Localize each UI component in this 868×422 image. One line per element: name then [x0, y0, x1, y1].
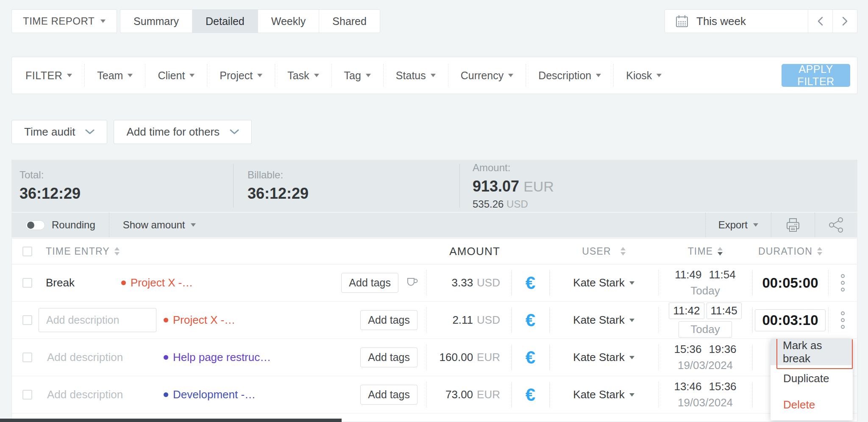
duration-cell[interactable]: 00:05:00 [752, 264, 828, 301]
date-range-picker[interactable]: This week [665, 10, 808, 33]
add-tags-button[interactable]: Add tags [360, 347, 417, 367]
caret-down-icon [596, 74, 601, 77]
duration-cell: 00:03:10 [752, 302, 828, 339]
add-tags-button[interactable]: Add tags [341, 273, 398, 293]
filter-tag[interactable]: Tag [332, 57, 383, 94]
tab-detailed[interactable]: Detailed [192, 10, 258, 33]
header-user[interactable]: USER [549, 239, 658, 264]
row-checkbox[interactable] [22, 353, 32, 362]
caret-down-icon [629, 319, 634, 322]
apply-filter-button[interactable]: APPLY FILTER [782, 64, 850, 87]
start-time-input[interactable]: 11:42 [669, 303, 704, 319]
amount-currency: EUR [523, 178, 554, 194]
tab-shared[interactable]: Shared [319, 10, 380, 33]
print-button[interactable] [771, 213, 815, 237]
actions-row: Time audit Add time for others [11, 120, 252, 144]
date-label[interactable]: Today [690, 284, 720, 297]
rounding-toggle[interactable] [25, 220, 45, 230]
table-row: Add description Help page restruc… Add t… [12, 339, 857, 376]
project-selector[interactable]: Project X -… [121, 276, 193, 289]
filter-client[interactable]: Client [145, 57, 207, 94]
row-menu-kebab[interactable] [841, 311, 845, 329]
caret-down-icon [629, 393, 634, 397]
header-time[interactable]: TIME [658, 239, 752, 264]
show-amount-dropdown[interactable]: Show amount [123, 219, 196, 231]
description-input[interactable] [39, 308, 156, 332]
select-all-checkbox[interactable] [22, 247, 32, 256]
user-selector[interactable]: Kate Stark [549, 302, 658, 339]
amount-cell: 2.11USD [426, 302, 512, 339]
filter-bar: FILTER Team Client Project Task Tag Stat… [11, 57, 857, 94]
add-tags-button[interactable]: Add tags [360, 385, 417, 405]
duration-input[interactable]: 00:03:10 [755, 309, 825, 331]
sort-icon [114, 247, 120, 255]
billable-value: 36:12:29 [248, 185, 459, 203]
time-cell[interactable]: 11:4911:54 Today [658, 264, 752, 301]
row-checkbox[interactable] [22, 278, 32, 288]
row-checkbox[interactable] [22, 390, 32, 400]
header-duration[interactable]: DURATION [752, 239, 828, 264]
sort-icon [817, 247, 822, 255]
tab-weekly[interactable]: Weekly [258, 10, 319, 33]
user-selector[interactable]: Kate Stark [549, 376, 658, 413]
time-cell: 11:42 11:45 Today [658, 302, 752, 339]
caret-down-icon [629, 356, 634, 359]
project-selector[interactable]: Project X -… [164, 314, 235, 327]
end-time-input[interactable]: 11:45 [707, 303, 742, 319]
share-icon [828, 217, 845, 233]
tab-summary[interactable]: Summary [120, 10, 192, 33]
project-selector[interactable]: Help page restruc… [164, 351, 271, 364]
date-label[interactable]: 19/03/2024 [678, 396, 733, 409]
chevron-right-icon [842, 17, 848, 26]
calendar-icon [675, 14, 689, 28]
table-header: TIME ENTRY AMOUNT USER TIME DURATION [12, 239, 857, 264]
date-input[interactable]: Today [679, 321, 732, 338]
chevron-down-icon [85, 129, 95, 135]
user-selector[interactable]: Kate Stark [549, 339, 658, 376]
divider [109, 213, 109, 237]
time-audit-dropdown[interactable]: Time audit [11, 120, 107, 144]
toggle-knob [27, 222, 34, 229]
project-selector[interactable]: Development -… [164, 388, 256, 401]
export-dropdown[interactable]: Export [705, 213, 771, 237]
header-amount: AMOUNT [426, 239, 512, 264]
amount-value: 913.07 EUR [473, 178, 554, 195]
filter-currency[interactable]: Currency [448, 57, 526, 94]
project-color-dot [164, 355, 168, 360]
amount-cell: 73.00EUR [426, 376, 512, 413]
next-period-button[interactable] [832, 10, 857, 33]
prev-period-button[interactable] [808, 10, 832, 33]
caret-down-icon [314, 74, 319, 77]
entry-description[interactable]: Break [39, 276, 114, 289]
filter-task[interactable]: Task [275, 57, 331, 94]
caret-down-icon [100, 19, 106, 23]
filter-project[interactable]: Project [207, 57, 275, 94]
add-tags-button[interactable]: Add tags [360, 310, 417, 330]
filter-kiosk[interactable]: Kiosk [614, 57, 674, 94]
description-placeholder[interactable]: Add description [39, 351, 156, 364]
currency-cell: € [512, 376, 549, 413]
time-cell[interactable]: 15:3619:36 19/03/2024 [658, 339, 752, 376]
menu-item-duplicate[interactable]: Duplicate [771, 365, 853, 391]
filter-main-dropdown[interactable]: FILTER [12, 57, 84, 94]
sort-icon [620, 247, 626, 255]
euro-symbol: € [526, 273, 535, 293]
user-selector[interactable]: Kate Stark [549, 264, 658, 301]
filter-status[interactable]: Status [384, 57, 448, 94]
description-placeholder[interactable]: Add description [39, 388, 156, 401]
row-checkbox[interactable] [22, 315, 32, 325]
add-time-for-others-dropdown[interactable]: Add time for others [114, 120, 252, 144]
report-tabs: Summary Detailed Weekly Shared [120, 9, 380, 33]
filter-team[interactable]: Team [85, 57, 145, 94]
header-time-entry[interactable]: TIME ENTRY [35, 239, 426, 264]
menu-item-mark-as-break[interactable]: Mark as break [771, 339, 853, 365]
date-label[interactable]: 19/03/2024 [678, 359, 733, 372]
report-type-dropdown[interactable]: TIME REPORT [11, 9, 117, 33]
share-button[interactable] [815, 213, 857, 237]
chevron-down-icon [230, 129, 239, 135]
filter-description[interactable]: Description [526, 57, 613, 94]
menu-item-delete[interactable]: Delete [771, 391, 853, 418]
row-menu-kebab[interactable] [841, 274, 845, 292]
summary-total: Total: 36:12:29 [11, 160, 233, 212]
time-cell[interactable]: 13:4615:36 19/03/2024 [658, 376, 752, 413]
